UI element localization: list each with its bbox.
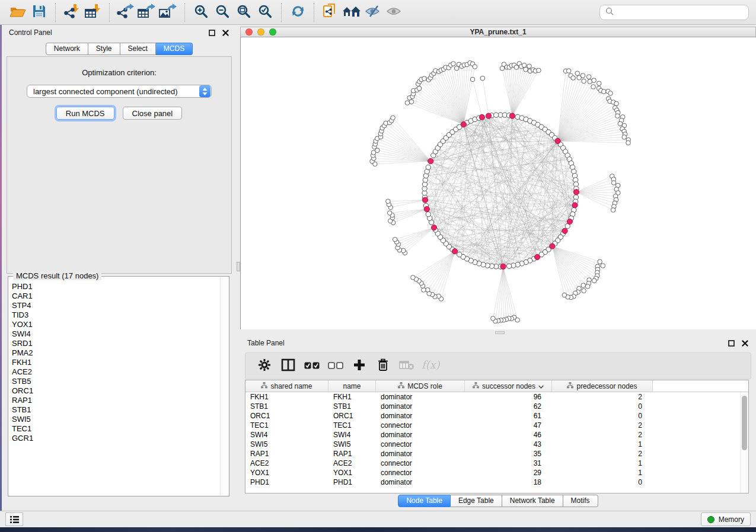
- zoom-fit-button[interactable]: [233, 2, 254, 23]
- splitter-grip[interactable]: [495, 331, 505, 334]
- cell-successor-nodes[interactable]: 31: [465, 459, 552, 467]
- memory-button[interactable]: Memory: [701, 512, 751, 526]
- cell-name[interactable]: SWI4: [328, 431, 376, 439]
- close-panel-icon[interactable]: [222, 29, 229, 37]
- cell-name[interactable]: SWI5: [328, 440, 376, 448]
- satellite-node[interactable]: [582, 289, 586, 293]
- mcds-hub-node[interactable]: [500, 264, 506, 269]
- cell-name[interactable]: RAP1: [328, 450, 376, 458]
- cell-predecessor-nodes[interactable]: 2: [552, 393, 653, 401]
- satellite-node[interactable]: [601, 264, 605, 268]
- zoom-out-button[interactable]: [212, 2, 233, 23]
- table-row[interactable]: SWI4SWI4dominator462: [245, 430, 748, 440]
- cell-successor-nodes[interactable]: 43: [465, 440, 552, 448]
- satellite-node[interactable]: [470, 77, 475, 82]
- close-panel-button[interactable]: Close panel: [123, 107, 183, 120]
- export-image-button[interactable]: [158, 2, 179, 23]
- import-table-button[interactable]: [82, 2, 104, 23]
- add-button[interactable]: [347, 355, 371, 377]
- cell-name[interactable]: ORC1: [328, 412, 376, 420]
- cell-predecessor-nodes[interactable]: 1: [552, 469, 653, 477]
- cell-predecessor-nodes[interactable]: 0: [552, 478, 653, 486]
- satellite-node[interactable]: [451, 62, 456, 66]
- task-list-button[interactable]: [5, 512, 23, 526]
- cell-shared-name[interactable]: TEC1: [245, 421, 328, 430]
- table-row[interactable]: STB1STB1dominator620: [245, 402, 748, 411]
- cell-predecessor-nodes[interactable]: 2: [552, 421, 653, 430]
- satellite-node[interactable]: [491, 316, 496, 321]
- cell-successor-nodes[interactable]: 46: [465, 431, 552, 439]
- satellite-node[interactable]: [522, 63, 527, 68]
- mcds-hub-node[interactable]: [535, 254, 540, 259]
- open-button[interactable]: [7, 2, 28, 23]
- cell-shared-name[interactable]: SWI5: [245, 440, 328, 448]
- clear-check-button[interactable]: [324, 355, 347, 377]
- satellite-node[interactable]: [537, 68, 541, 73]
- tab-motifs[interactable]: Motifs: [563, 495, 598, 507]
- mcds-hub-node[interactable]: [424, 206, 429, 211]
- satellite-node[interactable]: [597, 81, 602, 86]
- network-canvas[interactable]: [240, 37, 756, 329]
- mcds-node-item[interactable]: FKH1: [12, 358, 219, 367]
- table-row[interactable]: SWI5SWI5connector431: [245, 440, 748, 449]
- cell-MCDS-role[interactable]: dominator: [376, 402, 465, 411]
- satellite-node[interactable]: [592, 78, 596, 83]
- satellite-node[interactable]: [611, 181, 616, 185]
- optimization-criterion-select[interactable]: largest connected component (undirected): [27, 85, 212, 98]
- table-row[interactable]: FKH1FKH1dominator962: [245, 392, 748, 402]
- satellite-node[interactable]: [582, 79, 586, 84]
- satellite-node[interactable]: [386, 199, 391, 204]
- cell-successor-nodes[interactable]: 18: [465, 478, 552, 486]
- mcds-hub-node[interactable]: [452, 249, 457, 254]
- cell-MCDS-role[interactable]: connector: [376, 421, 465, 430]
- cell-name[interactable]: ACE2: [328, 459, 376, 467]
- mcds-node-item[interactable]: GCR1: [12, 434, 219, 443]
- export-table-button[interactable]: [136, 2, 158, 23]
- refresh-button[interactable]: [287, 2, 308, 23]
- split-columns-button[interactable]: [276, 355, 300, 377]
- table-row[interactable]: RAP1RAP1dominator352: [245, 449, 748, 459]
- mcds-node-item[interactable]: STB5: [12, 377, 219, 386]
- mcds-result-list[interactable]: PHD1CAR1STP4TID3YOX1SWI4SRD1PMA2FKH1ACE2…: [12, 282, 219, 493]
- network-node[interactable]: [457, 252, 462, 257]
- mcds-node-item[interactable]: YOX1: [12, 320, 219, 329]
- cell-predecessor-nodes[interactable]: 0: [552, 402, 653, 411]
- close-panel-icon[interactable]: [741, 339, 749, 347]
- mcds-node-item[interactable]: ORC1: [12, 386, 219, 396]
- hide-selected-button[interactable]: [362, 2, 384, 23]
- float-panel-icon[interactable]: [208, 29, 216, 37]
- mcds-hub-node[interactable]: [573, 190, 579, 195]
- satellite-node[interactable]: [622, 135, 627, 140]
- table-row[interactable]: ACE2ACE2connector311: [245, 459, 748, 468]
- delete-button[interactable]: [371, 355, 395, 377]
- satellite-node[interactable]: [393, 237, 397, 242]
- cell-MCDS-role[interactable]: dominator: [376, 450, 465, 458]
- mcds-node-item[interactable]: STP4: [12, 301, 219, 310]
- satellite-node[interactable]: [592, 278, 596, 283]
- cell-name[interactable]: FKH1: [328, 393, 376, 401]
- cell-successor-nodes[interactable]: 29: [465, 469, 552, 477]
- cell-shared-name[interactable]: ORC1: [245, 412, 328, 420]
- mcds-hub-node[interactable]: [567, 219, 572, 225]
- tab-edge-table[interactable]: Edge Table: [451, 495, 502, 507]
- mcds-hub-node[interactable]: [479, 114, 484, 120]
- satellite-node[interactable]: [586, 75, 591, 79]
- satellite-node[interactable]: [591, 85, 596, 89]
- save-button[interactable]: [28, 2, 50, 23]
- satellite-node[interactable]: [585, 284, 590, 289]
- cell-shared-name[interactable]: FKH1: [245, 393, 328, 401]
- mcds-node-item[interactable]: ACE2: [12, 367, 219, 377]
- zoom-in-button[interactable]: [190, 2, 212, 23]
- cell-shared-name[interactable]: PHD1: [245, 478, 328, 486]
- mcds-hub-node[interactable]: [431, 225, 436, 230]
- tab-network[interactable]: Network: [46, 43, 88, 55]
- satellite-node[interactable]: [524, 67, 528, 72]
- cell-MCDS-role[interactable]: connector: [376, 459, 465, 467]
- satellite-node[interactable]: [426, 288, 430, 293]
- satellite-node[interactable]: [626, 140, 631, 145]
- network-from-selection-button[interactable]: [320, 2, 341, 23]
- tab-network-table[interactable]: Network Table: [502, 495, 563, 507]
- horizontal-splitter[interactable]: [240, 329, 756, 335]
- cell-MCDS-role[interactable]: dominator: [376, 393, 465, 401]
- network-node[interactable]: [506, 264, 511, 268]
